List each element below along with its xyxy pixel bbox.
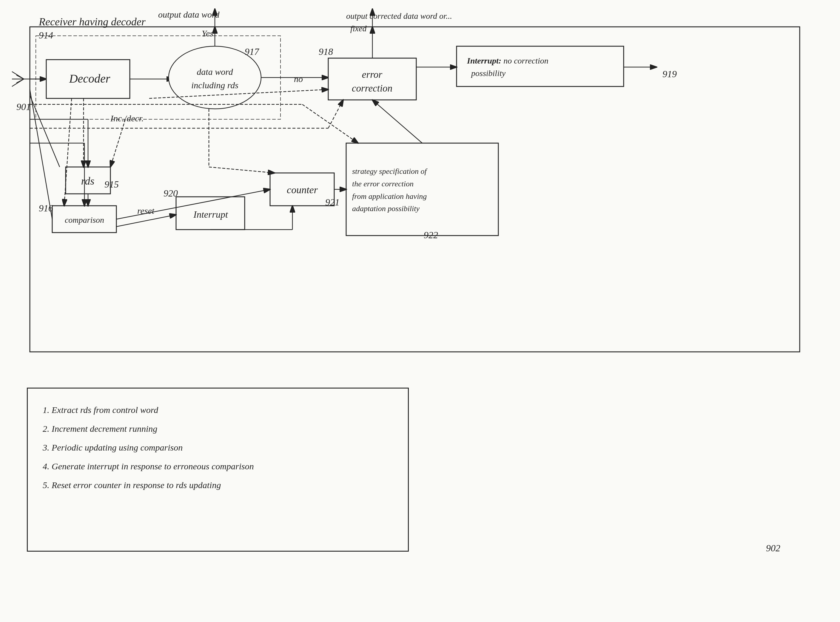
- ref-918: 918: [319, 46, 333, 57]
- svg-line-9: [17, 75, 24, 79]
- yes-label: Yes: [202, 28, 213, 38]
- decoder-label: Decoder: [53, 72, 126, 85]
- svg-line-44: [116, 215, 176, 227]
- ref-921: 921: [325, 197, 340, 208]
- rds-block-label: rds: [67, 171, 108, 191]
- svg-line-43: [373, 100, 422, 143]
- svg-line-10: [17, 79, 24, 83]
- comparison-block-label: comparison: [53, 209, 116, 231]
- ref-901: 901: [17, 101, 31, 113]
- ellipse-text: data word including rds: [170, 55, 260, 101]
- notes-line4: 4. Generate interrupt in response to err…: [43, 457, 393, 476]
- interrupt-no-correction-label: Interrupt: no correction possibility: [461, 51, 622, 82]
- svg-line-37: [209, 167, 275, 173]
- inc-decr-label: Inc./decr.: [110, 113, 144, 123]
- interrupt-block-label: Interrupt: [177, 200, 244, 229]
- svg-line-6: [12, 72, 24, 79]
- no-label: no: [294, 74, 303, 84]
- reset-label: reset: [137, 206, 154, 216]
- ref-902: 902: [766, 543, 780, 554]
- output-corrected-label: output corrected data word or... fixed: [346, 9, 495, 35]
- page: Receiver having decoder Decoder data wor…: [0, 0, 840, 622]
- svg-line-49: [30, 95, 60, 167]
- error-correction-label: error correction: [331, 65, 414, 98]
- ref-919: 919: [663, 69, 677, 79]
- svg-line-51: [328, 100, 343, 128]
- outer-box-label: Receiver having decoder: [39, 15, 146, 28]
- notes-box: 1. Extract rds from control word 2. Incr…: [27, 388, 409, 552]
- ref-922: 922: [424, 230, 438, 241]
- ref-917: 917: [245, 46, 259, 57]
- strategy-block-label: strategy specification of the error corr…: [348, 146, 496, 234]
- svg-line-39: [302, 104, 358, 143]
- svg-line-48: [30, 90, 52, 219]
- ref-915: 915: [104, 179, 119, 190]
- ref-914: 914: [39, 30, 53, 41]
- notes-line1: 1. Extract rds from control word: [43, 401, 393, 419]
- output-data-word-label: output data word: [158, 9, 220, 20]
- counter-block-label: counter: [271, 177, 334, 203]
- svg-line-8: [12, 79, 24, 87]
- notes-line3: 3. Periodic updating using comparison: [43, 438, 393, 457]
- notes-line5: 5. Reset error counter in response to rd…: [43, 476, 393, 494]
- svg-line-35: [110, 119, 125, 167]
- ref-920: 920: [163, 188, 178, 199]
- ref-916: 916: [39, 203, 53, 214]
- notes-line2: 2. Increment decrement running: [43, 419, 393, 438]
